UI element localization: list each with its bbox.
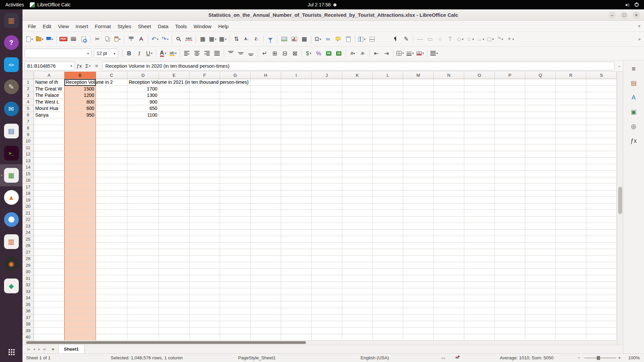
cell-F35[interactable] xyxy=(190,301,220,308)
cell-L7[interactable] xyxy=(373,118,403,125)
cell-S12[interactable] xyxy=(586,151,617,158)
cell-K32[interactable] xyxy=(342,282,373,289)
close-button[interactable]: × xyxy=(633,11,640,19)
column-header-E[interactable]: E xyxy=(159,72,190,79)
cell-C10[interactable] xyxy=(96,138,127,145)
formula-button[interactable]: = xyxy=(92,62,101,70)
cell-B34[interactable] xyxy=(64,295,96,302)
cell-B19[interactable] xyxy=(64,197,96,203)
dropdown-caret-icon[interactable]: ▾ xyxy=(167,38,169,41)
name-box[interactable]: B1:B1048576 ▾ xyxy=(24,62,75,70)
toolbar-overflow-icon[interactable]: » xyxy=(638,37,642,42)
menu-view[interactable]: View xyxy=(55,21,72,32)
cell-N1[interactable] xyxy=(434,79,464,86)
cell-A17[interactable] xyxy=(34,184,64,190)
cell-B32[interactable] xyxy=(64,282,96,289)
cell-H38[interactable] xyxy=(251,321,281,328)
cell-S10[interactable] xyxy=(586,138,617,145)
cell-S25[interactable] xyxy=(586,236,617,243)
cell-O40[interactable] xyxy=(464,334,495,341)
row-header-20[interactable]: 20 xyxy=(22,203,34,210)
cell-H21[interactable] xyxy=(251,210,281,217)
copy-icon[interactable] xyxy=(103,34,112,44)
row-header-1[interactable]: 1 xyxy=(22,79,34,86)
selection-stats[interactable]: Average: 1010; Sum: 5050 xyxy=(500,354,553,362)
cell-P24[interactable] xyxy=(495,230,525,236)
cell-I17[interactable] xyxy=(281,184,312,190)
cell-M9[interactable] xyxy=(403,131,434,138)
cell-Q37[interactable] xyxy=(525,314,556,321)
vscode-icon[interactable]: <> xyxy=(0,54,22,76)
cell-S19[interactable] xyxy=(586,197,617,203)
cell-O23[interactable] xyxy=(464,223,495,230)
cell-R18[interactable] xyxy=(556,190,586,197)
cell-O4[interactable] xyxy=(464,99,495,106)
cell-M14[interactable] xyxy=(403,164,434,171)
cell-E12[interactable] xyxy=(159,151,190,158)
dropdown-caret-icon[interactable]: ▾ xyxy=(157,38,159,41)
cell-E26[interactable] xyxy=(159,243,190,249)
expand-formula-bar-icon[interactable]: ⌄ xyxy=(616,64,623,68)
cell-Q5[interactable] xyxy=(525,105,556,112)
cell-Q38[interactable] xyxy=(525,321,556,328)
font-color-icon[interactable]: A▾ xyxy=(158,48,168,58)
cell-L21[interactable] xyxy=(373,210,403,217)
cell-E13[interactable] xyxy=(159,158,190,164)
cell-Q22[interactable] xyxy=(525,217,556,223)
align-right-icon[interactable] xyxy=(202,48,212,58)
cell-J10[interactable] xyxy=(312,138,342,145)
cell-D37[interactable] xyxy=(127,314,159,321)
cell-L17[interactable] xyxy=(373,184,403,190)
cell-N29[interactable] xyxy=(434,262,464,269)
cell-J3[interactable] xyxy=(312,92,342,99)
cell-J22[interactable] xyxy=(312,217,342,223)
dropdown-caret-icon[interactable]: ▾ xyxy=(483,38,484,41)
cell-A4[interactable]: The West L xyxy=(34,99,64,106)
cell-N23[interactable] xyxy=(434,223,464,230)
zoom-slider-thumb[interactable] xyxy=(597,356,600,360)
cell-I22[interactable] xyxy=(281,217,312,223)
cell-P38[interactable] xyxy=(495,321,525,328)
cell-B16[interactable] xyxy=(64,177,96,184)
cell-Q23[interactable] xyxy=(525,223,556,230)
cell-H29[interactable] xyxy=(251,262,281,269)
cell-B30[interactable] xyxy=(64,269,96,276)
align-center-icon[interactable] xyxy=(192,48,202,58)
cell-B22[interactable] xyxy=(64,217,96,223)
row-header-22[interactable]: 22 xyxy=(22,217,34,223)
cell-G19[interactable] xyxy=(220,197,251,203)
cell-D7[interactable] xyxy=(127,118,159,125)
column-header-R[interactable]: R xyxy=(556,72,586,79)
cell-R32[interactable] xyxy=(556,282,586,289)
cell-M25[interactable] xyxy=(403,236,434,243)
cell-C25[interactable] xyxy=(96,236,127,243)
cell-M31[interactable] xyxy=(403,275,434,282)
cell-B29[interactable] xyxy=(64,262,96,269)
cell-K14[interactable] xyxy=(342,164,373,171)
cell-P37[interactable] xyxy=(495,314,525,321)
cell-G25[interactable] xyxy=(220,236,251,243)
cell-M26[interactable] xyxy=(403,243,434,249)
cell-F17[interactable] xyxy=(190,184,220,190)
cell-H14[interactable] xyxy=(251,164,281,171)
cell-C9[interactable] xyxy=(96,131,127,138)
cell-I5[interactable] xyxy=(281,105,312,112)
cell-P29[interactable] xyxy=(495,262,525,269)
cell-O37[interactable] xyxy=(464,314,495,321)
undo-icon[interactable]: ↶▾ xyxy=(150,34,160,44)
cell-P20[interactable] xyxy=(495,203,525,210)
cell-N30[interactable] xyxy=(434,269,464,276)
cell-K33[interactable] xyxy=(342,288,373,295)
cell-B27[interactable] xyxy=(64,249,96,256)
cell-C20[interactable] xyxy=(96,203,127,210)
cell-N3[interactable] xyxy=(434,92,464,99)
cell-P16[interactable] xyxy=(495,177,525,184)
column-header-G[interactable]: G xyxy=(220,72,251,79)
cell-O29[interactable] xyxy=(464,262,495,269)
cell-L25[interactable] xyxy=(373,236,403,243)
row-header-3[interactable]: 3 xyxy=(22,92,34,99)
cell-C40[interactable] xyxy=(96,334,127,341)
cell-M7[interactable] xyxy=(403,118,434,125)
cell-S13[interactable] xyxy=(586,158,617,164)
cell-M38[interactable] xyxy=(403,321,434,328)
